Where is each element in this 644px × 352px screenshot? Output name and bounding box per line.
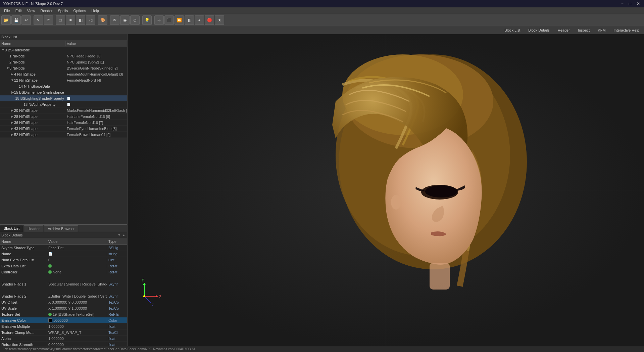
details-row[interactable]: ControllerNoneRef<t — [0, 269, 127, 275]
tree-panel[interactable]: Name Value ▼0 BSFadeNode1 NiNodeNPC Head… — [0, 40, 127, 224]
toolbar-btn-eye2[interactable]: ◉ — [120, 15, 130, 25]
tree-row-label: 36 NiTriShape — [14, 121, 38, 125]
details-row[interactable]: Name📄string — [0, 251, 127, 257]
nav-inspect[interactable]: Inspect — [576, 28, 592, 33]
tree-row[interactable]: 14 NiTriShapeData — [0, 83, 127, 89]
ref-icon — [48, 270, 52, 274]
tree-row[interactable]: ▶4 NiTriShapeFemaleMouthHumanoidDefault … — [0, 71, 127, 77]
tree-tab-archive-browser[interactable]: Archive Browser — [44, 225, 78, 232]
details-row[interactable]: UV ScaleX 1.000000 Y 1.000000TexCo — [0, 305, 127, 311]
tree-row[interactable]: 1 NiNodeNPC Head [Head] [0] — [0, 53, 127, 59]
details-row-name: Extra Data List — [0, 264, 47, 268]
tree-row[interactable]: 13 NiAlphaProperty📄 — [0, 101, 127, 107]
details-table[interactable]: Name Value Type Skyrim Shader TypeFace T… — [0, 238, 127, 346]
details-row[interactable] — [0, 287, 127, 293]
tree-row[interactable]: ▶36 NiTriShapeHairFemaleNord16 [7] — [0, 120, 127, 126]
tree-row[interactable]: ▼0 BSFadeNode — [0, 47, 127, 53]
tree-row[interactable]: 2 NiNodeNPC Spine2 [Spn2] [1] — [0, 59, 127, 65]
expand-button[interactable]: ▼ — [6, 66, 9, 70]
nav-block-details[interactable]: Block Details — [526, 28, 552, 33]
nav-block-list[interactable]: Block List — [502, 28, 522, 33]
details-row[interactable]: Skyrim Shader TypeFace TintBSLig — [0, 245, 127, 251]
details-row-type: Color — [107, 318, 127, 323]
toolbar-btn-eye1[interactable]: 👁 — [110, 15, 119, 25]
tree-row[interactable]: ▶43 NiTriShapeFemaleEyesHumanIceBlue [8] — [0, 126, 127, 132]
details-row[interactable]: UV OffsetX 0.000000 Y 0.000000TexCo — [0, 299, 127, 305]
menu-item-edit[interactable]: Edit — [13, 8, 24, 13]
details-row[interactable]: Shader Flags 2ZBuffer_Write | Double_Sid… — [0, 293, 127, 299]
minimize-button[interactable]: − — [620, 1, 625, 6]
details-row[interactable]: Extra Data ListRef<t — [0, 263, 127, 269]
toolbar-btn-move3[interactable]: ◧ — [185, 15, 194, 25]
close-button[interactable]: ✕ — [635, 1, 641, 6]
details-row[interactable]: Shader Flags 1Specular | Skinned | Recie… — [0, 281, 127, 287]
details-row[interactable]: Alpha1.000000float — [0, 336, 127, 342]
tree-row[interactable]: 18 BSLightingShaderProperty📄 — [0, 95, 127, 101]
toolbar-btn-move4[interactable]: ● — [195, 15, 204, 25]
toolbar-btn-cube1[interactable]: □ — [56, 15, 65, 25]
toolbar-btn-pin[interactable]: ⊹ — [154, 15, 164, 25]
menu-item-render[interactable]: Render — [38, 8, 55, 13]
expand-button[interactable]: ▼ — [11, 78, 14, 82]
tree-row[interactable]: ▶15 BSDismemberSkinInstance — [0, 89, 127, 95]
tree-row[interactable]: ▶20 NiTriShapeMarksFemaleHumanoid02LeftG… — [0, 107, 127, 114]
tree-tab-header[interactable]: Header — [24, 225, 43, 232]
toolbar-btn-color[interactable]: 🎨 — [98, 15, 107, 25]
toolbar-btn-arrow[interactable]: ◁ — [86, 15, 95, 25]
tree-row[interactable]: ▼3 NiNodeBSFaceGenNiNodeSkinned [2] — [0, 65, 127, 71]
svg-point-9 — [391, 195, 401, 210]
menu-item-options[interactable]: Options — [70, 8, 89, 13]
details-row[interactable]: Texture Set19 [BSShaderTextureSet]Ref<E — [0, 311, 127, 317]
tree-row[interactable]: ▼12 NiTriShapeFemaleHeadNord [4] — [0, 77, 127, 83]
toolbar-btn-select[interactable]: ↖ — [34, 15, 43, 25]
viewport[interactable]: X Y Z — [128, 34, 644, 346]
menu-item-spells[interactable]: Spells — [55, 8, 70, 13]
toolbar-btn-cube2[interactable]: ■ — [66, 15, 75, 25]
toolbar-btn-save[interactable]: 💾 — [11, 15, 21, 25]
tree-row[interactable]: ▶28 NiTriShapeHairLineFemaleNord16 [6] — [0, 114, 127, 120]
expand-button[interactable]: ▶ — [11, 115, 14, 118]
details-row[interactable]: Emissive Color#000000Color — [0, 317, 127, 323]
details-row[interactable] — [0, 275, 127, 281]
toolbar-separator — [140, 15, 142, 25]
expand-button[interactable]: ▶ — [11, 90, 14, 94]
toolbar-btn-move2[interactable]: ⏩ — [175, 15, 184, 25]
details-row[interactable]: Refraction Strength0.000000float — [0, 342, 127, 346]
toolbar-btn-eye3[interactable]: ⊙ — [130, 15, 140, 25]
panel-scroll-down[interactable]: ▼ — [117, 233, 121, 237]
nav-header[interactable]: Header — [556, 28, 572, 33]
tree-row-value: FemaleEyesHumanIceBlue [8] — [65, 126, 127, 131]
expand-button[interactable]: ▶ — [11, 127, 14, 130]
nav-kfm[interactable]: KFM — [596, 28, 607, 33]
svg-text:Z: Z — [152, 303, 154, 307]
menu-bar: FileEditViewRenderSpellsOptionsHelp — [0, 7, 644, 14]
txt-icon: 📄 — [67, 97, 70, 100]
details-row[interactable]: Num Extra Data List0uint — [0, 257, 127, 263]
expand-button[interactable]: ▼ — [1, 48, 5, 52]
expand-button[interactable]: ▶ — [11, 108, 14, 112]
toolbar-btn-move5[interactable]: 🔴 — [205, 15, 214, 25]
maximize-button[interactable]: □ — [628, 1, 633, 6]
nav-interactive-help[interactable]: Interactive Help — [612, 28, 641, 33]
expand-button[interactable]: ▶ — [11, 121, 14, 124]
toolbar-btn-move1[interactable]: ⬛ — [164, 15, 174, 25]
menu-item-help[interactable]: Help — [89, 8, 102, 13]
tree-row[interactable]: ▶52 NiTriShapeFemaleBrowsHuman04 [9] — [0, 132, 127, 138]
panel-scroll-up[interactable]: ▲ — [122, 233, 126, 237]
details-row-type — [107, 278, 127, 278]
expand-button[interactable]: ▶ — [11, 133, 14, 136]
toolbar-btn-undo[interactable]: ↩ — [21, 15, 31, 25]
toolbar-btn-cube3[interactable]: ◧ — [76, 15, 85, 25]
toolbar-btn-light1[interactable]: 💡 — [142, 15, 152, 25]
menu-item-file[interactable]: File — [1, 8, 13, 13]
details-row-value: 0 — [47, 258, 107, 262]
details-row[interactable]: Emissive Multiple1.000000float — [0, 323, 127, 329]
tree-tab-block-list[interactable]: Block List — [0, 225, 23, 232]
expand-button[interactable]: ▶ — [11, 72, 14, 76]
details-row[interactable]: Texture Clamp Mo...WRAP_S_WRAP_TTexCl — [0, 329, 127, 336]
toolbar-btn-rotate[interactable]: ⟳ — [44, 15, 53, 25]
tree-row-label: 4 NiTriShape — [14, 72, 36, 76]
toolbar-btn-open[interactable]: 📂 — [1, 15, 11, 25]
toolbar-btn-move6[interactable]: ★ — [215, 15, 224, 25]
menu-item-view[interactable]: View — [24, 8, 38, 13]
